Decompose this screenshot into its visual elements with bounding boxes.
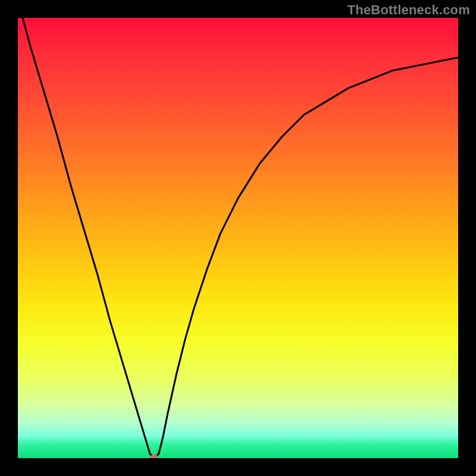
minimum-marker (149, 455, 159, 458)
bottleneck-curve (18, 18, 458, 458)
plot-area (18, 18, 458, 458)
chart-frame: TheBottleneck.com (0, 0, 476, 476)
curve-svg (18, 18, 458, 458)
watermark-text: TheBottleneck.com (347, 2, 470, 18)
